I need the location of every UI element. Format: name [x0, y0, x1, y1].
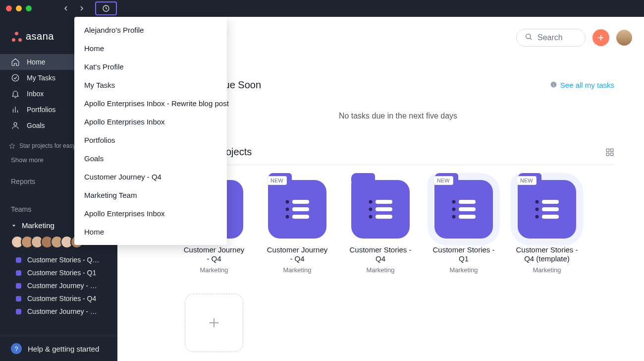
project-card[interactable]: NEW Customer Journey - Q4Marketing — [265, 180, 329, 274]
project-card[interactable]: Customer Stories - Q4Marketing — [348, 180, 413, 274]
project-tile-icon — [518, 180, 576, 239]
svg-rect-34 — [376, 200, 392, 204]
nav-history — [60, 3, 87, 14]
svg-rect-32 — [292, 215, 309, 219]
sidebar-item-label: My Tasks — [27, 74, 55, 82]
project-name: Customer Journey - Q4 — [182, 245, 246, 263]
search-input[interactable]: Search — [516, 29, 586, 47]
sidebar-project-label: Customer Stories - Q4 — [27, 295, 96, 302]
sidebar-project-item[interactable]: Customer Stories - Q… — [0, 253, 117, 266]
sidebar-project-item[interactable]: Customer Stories - Q4 — [0, 292, 117, 305]
svg-rect-18 — [611, 149, 613, 151]
projects-grid: Customer Journey - Q4MarketingNEW Custom… — [182, 165, 614, 274]
history-menu-item[interactable]: Kat's Profile — [74, 58, 227, 76]
window-controls — [6, 5, 32, 11]
search-placeholder: Search — [537, 33, 563, 42]
due-soon-header: Tasks DDue Soon See all my tasks — [182, 79, 614, 91]
profile-avatar[interactable] — [616, 30, 632, 46]
svg-rect-20 — [611, 153, 613, 155]
svg-rect-44 — [459, 215, 476, 219]
project-card[interactable]: NEW Customer Stories - Q4 (template)Mark… — [515, 180, 579, 274]
project-name: Customer Stories - Q4 (template) — [515, 245, 579, 263]
history-menu-item[interactable]: My Tasks — [74, 76, 227, 94]
global-add-button[interactable] — [592, 29, 609, 46]
close-window-button[interactable] — [6, 5, 12, 11]
help-icon: ? — [11, 343, 22, 354]
svg-rect-38 — [376, 215, 392, 219]
asana-logo-icon — [12, 32, 22, 42]
history-menu-item[interactable]: Home — [74, 39, 227, 58]
svg-rect-15 — [553, 84, 554, 86]
svg-rect-40 — [459, 200, 476, 204]
sidebar-project-label: Customer Stories - Q… — [27, 256, 99, 264]
svg-rect-16 — [553, 82, 554, 83]
history-button[interactable] — [101, 3, 111, 13]
svg-point-5 — [14, 122, 17, 125]
project-color-icon — [16, 283, 21, 289]
top-controls: Search — [516, 29, 632, 47]
sidebar-project-item[interactable]: Customer Stories - Q1 — [0, 266, 117, 279]
new-badge: NEW — [517, 176, 537, 185]
svg-point-49 — [536, 215, 539, 219]
svg-point-47 — [536, 208, 539, 211]
sidebar-project-item[interactable]: Customer Journey - … — [0, 305, 117, 318]
sidebar-project-item[interactable]: Customer Journey - … — [0, 279, 117, 292]
sidebar-item-label: Home — [27, 58, 45, 66]
history-menu-item[interactable]: Apollo Enterprises Inbox - Rewrite blog … — [74, 94, 227, 113]
svg-point-29 — [286, 208, 289, 211]
chevron-down-icon — [11, 223, 17, 229]
new-project-button[interactable] — [185, 294, 243, 352]
project-name: Customer Stories - Q4 — [348, 245, 413, 263]
svg-point-37 — [369, 215, 373, 219]
maximize-window-button[interactable] — [26, 5, 32, 11]
svg-marker-6 — [9, 143, 15, 148]
sidebar-projects-list: Customer Stories - Q…Customer Stories - … — [0, 253, 117, 318]
grid-view-icon[interactable] — [605, 148, 614, 157]
project-name: Customer Stories - Q1 — [431, 245, 496, 263]
project-card[interactable]: NEW Customer Stories - Q1Marketing — [431, 180, 496, 274]
sidebar-project-label: Customer Journey - … — [27, 307, 97, 315]
project-tile-icon — [268, 180, 326, 239]
nav-back-button[interactable] — [60, 3, 71, 14]
home-icon — [11, 58, 20, 66]
project-tile-icon — [351, 180, 410, 239]
history-menu-item[interactable]: Goals — [74, 149, 227, 168]
project-color-icon — [16, 270, 21, 276]
project-color-icon — [16, 296, 21, 301]
svg-point-27 — [286, 200, 289, 204]
history-menu-item[interactable]: Customer Journey - Q4 — [74, 168, 227, 186]
sidebar-item-label: Inbox — [27, 90, 44, 98]
minimize-window-button[interactable] — [16, 5, 22, 11]
bell-icon — [11, 89, 20, 98]
project-tile-icon — [434, 180, 493, 239]
see-all-tasks-link[interactable]: See all my tasks — [550, 81, 614, 90]
history-menu-item[interactable]: Apollo Enterprises Inbox — [74, 113, 227, 131]
nav-forward-button[interactable] — [76, 3, 87, 14]
history-button-highlight — [95, 1, 117, 15]
history-dropdown[interactable]: Alejandro's ProfileHomeKat's ProfileMy T… — [74, 17, 227, 245]
project-color-icon — [16, 257, 21, 263]
svg-point-35 — [369, 208, 373, 211]
svg-point-39 — [452, 200, 456, 204]
history-menu-item[interactable]: Apollo Enterprises Inbox — [74, 204, 227, 223]
svg-point-31 — [286, 215, 289, 219]
svg-point-41 — [452, 208, 456, 211]
check-circle-icon — [11, 73, 20, 82]
projects-header: Recent Projects — [182, 146, 614, 165]
svg-point-1 — [12, 74, 19, 81]
svg-rect-17 — [606, 149, 609, 151]
svg-line-11 — [530, 38, 532, 40]
history-menu-item[interactable]: Alejandro's Profile — [74, 21, 227, 39]
sidebar-item-label: Portfolios — [27, 106, 55, 114]
no-tasks-message: No tasks due in the next five days — [182, 91, 614, 146]
help-link[interactable]: ? Help & getting started — [0, 336, 117, 361]
svg-rect-36 — [376, 207, 392, 211]
history-menu-item[interactable]: Marketing Team — [74, 186, 227, 204]
svg-point-10 — [526, 34, 531, 39]
history-menu-item[interactable]: Home — [74, 223, 227, 241]
project-name: Customer Journey - Q4 — [265, 245, 329, 263]
logo-text: asana — [26, 31, 54, 42]
see-all-label: See all my tasks — [560, 81, 614, 89]
history-menu-item[interactable]: Portfolios — [74, 131, 227, 149]
sidebar-project-label: Customer Stories - Q1 — [27, 269, 96, 277]
